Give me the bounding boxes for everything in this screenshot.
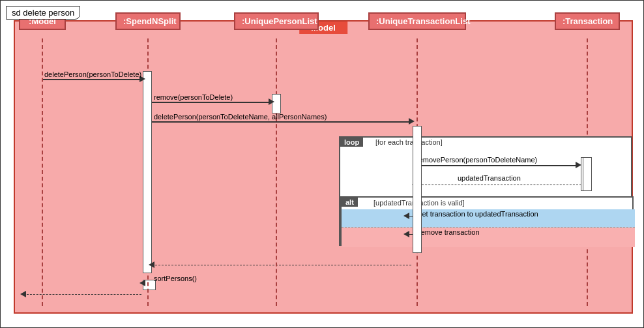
loop-label: loop	[340, 138, 363, 147]
arrowhead-removeperson	[576, 162, 581, 168]
arrowhead-sortpersons	[139, 280, 145, 286]
diagram-title: sd delete person	[6, 6, 80, 20]
lifeline-spendnsplit: :SpendNSplit	[115, 12, 181, 30]
label-sortpersons: sortPersons()	[154, 275, 197, 282]
arrowhead-final-return	[20, 291, 26, 297]
arrowhead-return	[149, 261, 154, 268]
lifeline-uniquepersonlist-line	[276, 38, 277, 306]
alt-label: alt	[342, 198, 358, 207]
arrow-deleteperson2	[152, 121, 411, 123]
alt-frame: alt [updatedTransaction is valid] set tr…	[340, 196, 634, 246]
loop-condition: [for each transaction]	[373, 138, 445, 147]
label-remove-transaction: remove transaction	[418, 228, 480, 236]
loop-frame: loop [for each transaction] removePerson…	[339, 136, 632, 246]
lifeline-uniquepersonlist: :UniquePersonList	[234, 12, 319, 30]
arrowhead-remove	[269, 98, 274, 105]
arrowhead-deleteperson2	[409, 118, 415, 125]
activation-uniquetransactionlist	[413, 126, 422, 253]
arrow-remove	[152, 102, 271, 103]
activation-spendnsplit	[143, 71, 152, 273]
arrow-return-line	[152, 265, 411, 265]
activation-transaction	[583, 157, 592, 191]
label-set-transaction: set transaction to updatedTransaction	[418, 210, 538, 218]
label-updatedtransaction: updatedTransaction	[458, 174, 521, 182]
lifeline-transaction: :Transaction	[555, 12, 620, 30]
arrow-removeperson	[415, 165, 578, 166]
arrowhead-remove-transaction	[403, 231, 409, 237]
alt-bottom-section	[342, 228, 635, 247]
arrow-updatedtransaction-line	[415, 185, 581, 185]
label-remove: remove(personToDelete)	[154, 93, 233, 101]
label-removeperson: removePerson(personToDeleteName)	[417, 156, 537, 164]
arrow-deleteperson	[43, 79, 142, 80]
diagram-container: sd delete person Model :Model :SpendNSpl…	[0, 0, 644, 328]
arrowhead-set-transaction	[403, 213, 409, 219]
label-deleteperson: deletePerson(personToDelete)	[44, 70, 141, 78]
label-deleteperson2: deletePerson(personToDeleteName, allPers…	[154, 113, 327, 121]
lifeline-uniquetransactionlist: :UniqueTransactionList	[368, 12, 466, 30]
